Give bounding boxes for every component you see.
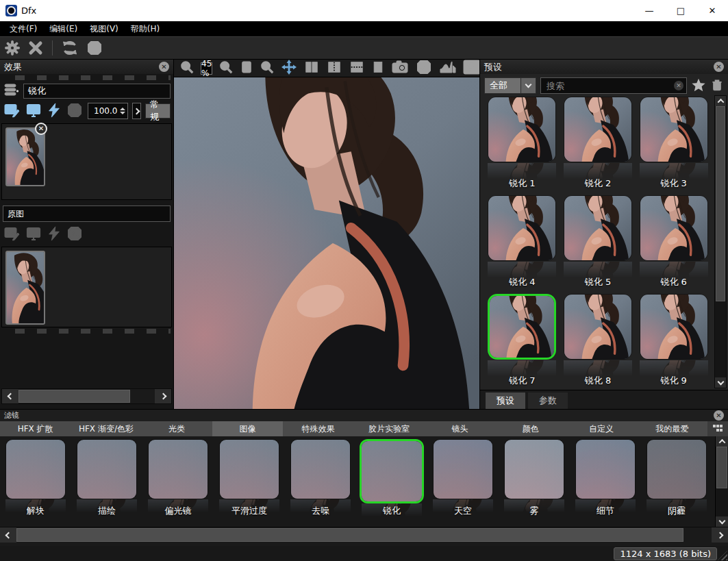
tab-favorites[interactable]: 我的最爱 bbox=[637, 421, 707, 436]
image-canvas[interactable] bbox=[174, 77, 479, 409]
window-title: Dfx bbox=[21, 5, 36, 16]
scroll-up-icon[interactable] bbox=[715, 96, 726, 106]
original-header-field: 原图 bbox=[3, 205, 171, 222]
filter-item[interactable]: 天空 bbox=[427, 436, 499, 527]
compare-frame-icon[interactable] bbox=[415, 59, 433, 77]
histogram-icon[interactable] bbox=[439, 60, 457, 77]
minimize-button[interactable]: — bbox=[633, 0, 665, 21]
preset-category-dropdown[interactable]: 全部 bbox=[484, 77, 536, 94]
tab-lens[interactable]: 镜头 bbox=[425, 421, 495, 436]
effects-horizontal-scrollbar[interactable] bbox=[1, 388, 172, 404]
preset-search-input[interactable] bbox=[547, 81, 674, 91]
effects-panel-close-icon[interactable]: ✕ bbox=[159, 62, 169, 72]
effects-dock-notches bbox=[3, 75, 171, 80]
blend-mode-dropdown[interactable]: 常规 bbox=[145, 103, 171, 119]
effects-panel: 效果 ✕ 锐化 bbox=[0, 60, 174, 409]
filters-vertical-scrollbar[interactable] bbox=[715, 436, 728, 527]
effect-layer-thumbnail[interactable] bbox=[5, 127, 45, 186]
filter-item[interactable]: 描绘 bbox=[71, 436, 142, 527]
tab-color[interactable]: 颜色 bbox=[495, 421, 566, 436]
remove-effect-icon[interactable]: ✕ bbox=[35, 123, 47, 135]
split-horizontal-icon[interactable] bbox=[349, 60, 365, 77]
split-view-icon[interactable] bbox=[303, 60, 320, 77]
preset-item[interactable]: 锐化 8 bbox=[560, 294, 636, 392]
filters-scroll-right-icon[interactable] bbox=[712, 527, 728, 543]
preset-item[interactable]: 锐化 1 bbox=[484, 97, 560, 195]
tab-light[interactable]: 光类 bbox=[142, 421, 212, 436]
maximize-button[interactable]: □ bbox=[665, 0, 696, 21]
delete-x-icon[interactable] bbox=[27, 40, 44, 56]
split-vertical-icon[interactable] bbox=[326, 60, 342, 77]
scroll-right-icon[interactable] bbox=[155, 389, 171, 403]
viewer-area: 45 % bbox=[174, 60, 479, 409]
zoom-level-field[interactable]: 45 % bbox=[201, 62, 212, 75]
effects-panel-header: 效果 ✕ bbox=[0, 60, 173, 74]
snapshot-camera-icon[interactable] bbox=[391, 60, 409, 77]
presets-vertical-scrollbar[interactable] bbox=[714, 95, 727, 388]
tab-hfx-gradient-color[interactable]: HFX 渐变/色彩 bbox=[71, 421, 141, 436]
settings-gear-icon[interactable] bbox=[4, 40, 21, 56]
tab-hfx-diffusion[interactable]: HFX 扩散 bbox=[0, 421, 71, 436]
single-view-icon[interactable] bbox=[371, 60, 385, 77]
trash-icon[interactable] bbox=[710, 77, 724, 95]
filter-item[interactable]: 阴霾 bbox=[641, 436, 712, 527]
lightning-icon[interactable] bbox=[47, 102, 62, 121]
menu-view[interactable]: 视图(V) bbox=[84, 22, 124, 36]
frame-image-icon[interactable] bbox=[66, 102, 84, 121]
preset-item[interactable]: 锐化 3 bbox=[636, 97, 712, 195]
edit-image-icon[interactable] bbox=[3, 102, 21, 121]
tab-presets[interactable]: 预设 bbox=[486, 392, 525, 409]
grid-view-icon[interactable] bbox=[707, 421, 728, 436]
zoom-out-icon[interactable] bbox=[218, 60, 234, 77]
viewer-toolbar: 45 % bbox=[174, 60, 479, 77]
filter-item[interactable]: 雾 bbox=[499, 436, 570, 527]
tab-parameters[interactable]: 参数 bbox=[528, 392, 568, 409]
menu-help[interactable]: 帮助(H) bbox=[125, 22, 165, 36]
filters-scroll-down-icon[interactable] bbox=[716, 516, 728, 527]
preset-item[interactable]: 锐化 4 bbox=[484, 195, 560, 294]
menu-edit[interactable]: 编辑(E) bbox=[44, 22, 83, 36]
preset-item[interactable]: 锐化 5 bbox=[560, 195, 636, 294]
monitor-preview-icon[interactable] bbox=[25, 102, 42, 121]
filter-item[interactable]: 平滑过度 bbox=[214, 436, 285, 527]
filter-item[interactable]: 偏光镜 bbox=[142, 436, 214, 527]
scroll-left-icon[interactable] bbox=[2, 389, 18, 403]
preset-search[interactable]: ✕ bbox=[540, 77, 687, 94]
tab-custom[interactable]: 自定义 bbox=[566, 421, 636, 436]
fit-frame-icon[interactable] bbox=[86, 40, 103, 56]
preset-item[interactable]: 锐化 9 bbox=[636, 294, 712, 392]
filter-item-selected[interactable]: 锐化 bbox=[356, 436, 427, 527]
filter-item[interactable]: 去噪 bbox=[285, 436, 356, 527]
clear-search-icon[interactable]: ✕ bbox=[674, 81, 683, 90]
preset-item-selected[interactable]: 锐化 7 bbox=[484, 294, 560, 392]
preset-item[interactable]: 锐化 2 bbox=[560, 97, 636, 195]
tab-film-lab[interactable]: 胶片实验室 bbox=[353, 421, 424, 436]
expand-arrow-button[interactable] bbox=[132, 103, 141, 119]
refresh-icon[interactable] bbox=[61, 40, 79, 56]
filter-item[interactable]: 解块 bbox=[0, 436, 71, 527]
opacity-spinbox[interactable]: 100.0 bbox=[88, 103, 128, 119]
menu-file[interactable]: 文件(F) bbox=[4, 22, 42, 36]
zoom-in-icon[interactable] bbox=[179, 60, 194, 77]
fit-page-icon[interactable] bbox=[240, 60, 253, 77]
filter-strip: 解块 描绘 偏光镜 平滑过度 去噪 bbox=[0, 436, 714, 527]
filters-panel-close-icon[interactable]: ✕ bbox=[714, 410, 724, 421]
favorite-star-icon[interactable] bbox=[691, 77, 706, 95]
original-thumbnail[interactable] bbox=[5, 251, 45, 325]
tab-image[interactable]: 图像 bbox=[212, 421, 283, 436]
filters-scroll-up-icon[interactable] bbox=[716, 436, 728, 447]
scroll-down-icon[interactable] bbox=[715, 377, 726, 388]
pan-tool-icon[interactable] bbox=[281, 59, 297, 77]
loupe-preview-icon[interactable] bbox=[463, 60, 481, 77]
filters-scroll-left-icon[interactable] bbox=[0, 527, 16, 543]
preset-item[interactable]: 锐化 6 bbox=[636, 195, 712, 294]
filters-horizontal-scrollbar[interactable] bbox=[0, 527, 728, 543]
presets-panel-close-icon[interactable]: ✕ bbox=[714, 62, 724, 72]
add-layer-icon[interactable] bbox=[3, 82, 21, 99]
layer-name-field[interactable]: 锐化 bbox=[23, 84, 171, 99]
filter-item[interactable]: 细节 bbox=[570, 436, 641, 527]
tab-special-effects[interactable]: 特殊效果 bbox=[283, 421, 353, 436]
close-button[interactable]: ✕ bbox=[696, 0, 728, 21]
resize-grip[interactable] bbox=[718, 551, 727, 560]
magnifier-icon[interactable] bbox=[260, 60, 275, 77]
